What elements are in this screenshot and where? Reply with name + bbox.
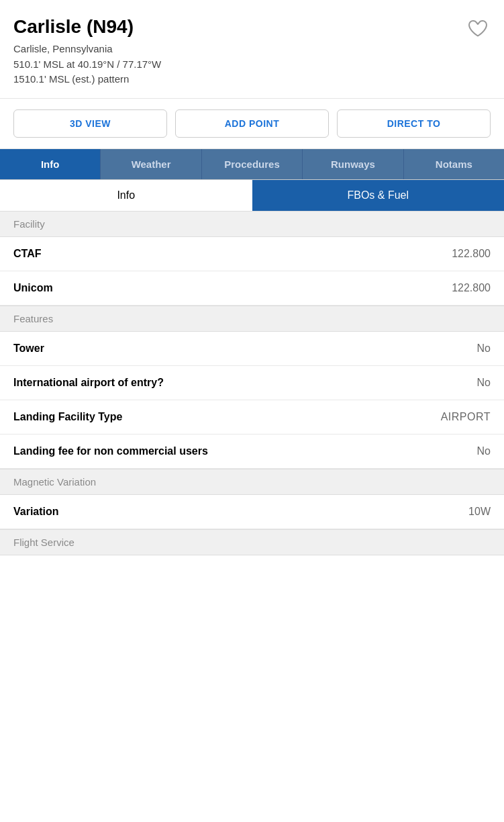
section-header-facility: Facility <box>0 211 504 237</box>
facility-type-label: Landing Facility Type <box>13 411 122 423</box>
section-header-features: Features <box>0 306 504 332</box>
landing-fee-label: Landing fee for non commercial users <box>13 445 208 457</box>
airport-title: Carlisle (N94) <box>13 16 491 38</box>
row-landing-fee: Landing fee for non commercial users No <box>0 435 504 469</box>
sub-tab-fbos-fuel[interactable]: FBOs & Fuel <box>252 180 505 211</box>
intl-entry-value: No <box>477 377 491 389</box>
tab-weather[interactable]: Weather <box>101 149 201 179</box>
direct-to-button[interactable]: DIRECT TO <box>337 109 491 138</box>
sub-tabs-bar: Info FBOs & Fuel <box>0 180 504 211</box>
variation-value: 10W <box>468 506 491 518</box>
row-variation: Variation 10W <box>0 495 504 529</box>
row-intl-entry: International airport of entry? No <box>0 366 504 400</box>
intl-entry-label: International airport of entry? <box>13 377 164 389</box>
tab-runways[interactable]: Runways <box>303 149 403 179</box>
variation-label: Variation <box>13 506 59 518</box>
row-facility-type: Landing Facility Type AIRPORT <box>0 400 504 435</box>
unicom-value: 122.800 <box>452 282 491 294</box>
add-point-button[interactable]: ADD POINT <box>175 109 329 138</box>
facility-type-value: AIRPORT <box>441 411 491 423</box>
row-unicom: Unicom 122.800 <box>0 271 504 306</box>
action-buttons-bar: 3D VIEW ADD POINT DIRECT TO <box>0 99 504 149</box>
sub-tab-info[interactable]: Info <box>0 180 252 211</box>
main-tabs-bar: Info Weather Procedures Runways Notams <box>0 149 504 180</box>
heart-icon <box>468 19 488 38</box>
tower-label: Tower <box>13 342 44 355</box>
tab-info[interactable]: Info <box>0 149 101 179</box>
info-content: Facility CTAF 122.800 Unicom 122.800 Fea… <box>0 211 504 555</box>
airport-location: Carlisle, Pennsylvania 510.1' MSL at 40.… <box>13 42 491 87</box>
3d-view-button[interactable]: 3D VIEW <box>13 109 167 138</box>
tab-notams[interactable]: Notams <box>404 149 504 179</box>
section-header-magnetic: Magnetic Variation <box>0 469 504 495</box>
section-header-flight-service: Flight Service <box>0 529 504 555</box>
ctaf-label: CTAF <box>13 248 41 260</box>
row-tower: Tower No <box>0 332 504 366</box>
row-ctaf: CTAF 122.800 <box>0 237 504 271</box>
unicom-label: Unicom <box>13 282 53 294</box>
tower-value: No <box>477 342 491 355</box>
landing-fee-value: No <box>477 445 491 457</box>
airport-header: Carlisle (N94) Carlisle, Pennsylvania 51… <box>0 0 504 99</box>
favorite-button[interactable] <box>465 16 491 42</box>
ctaf-value: 122.800 <box>452 248 491 260</box>
tab-procedures[interactable]: Procedures <box>202 149 303 179</box>
